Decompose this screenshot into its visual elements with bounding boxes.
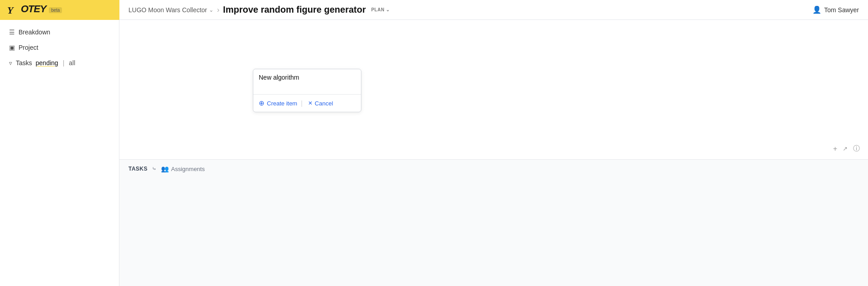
tasks-section-title: TASKS — [128, 166, 147, 172]
corner-plus-button[interactable]: + — [832, 144, 838, 154]
cancel-button[interactable]: ✕ Cancel — [305, 99, 334, 108]
create-item-dialog: ⊕ Create item | ✕ Cancel — [253, 69, 361, 112]
breadcrumb-separator: › — [217, 6, 219, 14]
sidebar-item-breakdown[interactable]: ☰ Breakdown — [2, 25, 117, 39]
logo-area: Y OTEY beta — [0, 0, 119, 20]
project-icon: ▣ — [9, 44, 15, 51]
tasks-expand-icon[interactable]: ⤷ — [152, 166, 157, 172]
sidebar-project-label: Project — [19, 44, 38, 51]
plan-label: PLAN — [371, 7, 384, 12]
sidebar-breakdown-label: Breakdown — [19, 29, 50, 36]
sidebar-tasks-label: Tasks — [16, 59, 32, 67]
sidebar-tasks-nav: ▿ Tasks pending | all — [2, 56, 117, 70]
sidebar-item-project[interactable]: ▣ Project — [2, 41, 117, 54]
logo-icon: Y — [7, 4, 20, 16]
header: Y OTEY beta LUGO Moon Wars Collector ⌄ ›… — [0, 0, 868, 20]
create-item-label: Create item — [267, 100, 297, 107]
corner-expand-button[interactable]: ↗ — [842, 144, 849, 153]
assignments-button[interactable]: 👥 Assignments — [161, 165, 204, 172]
tasks-icon: ▿ — [9, 60, 12, 67]
user-area: 👤 Tom Sawyer — [803, 5, 868, 14]
create-item-button[interactable]: ⊕ Create item — [258, 98, 300, 108]
cancel-label: Cancel — [315, 100, 333, 107]
content-area: ⊕ Create item | ✕ Cancel + ↗ ⓘ — [119, 20, 868, 286]
user-icon: 👤 — [812, 5, 821, 14]
logo: Y OTEY — [7, 3, 46, 16]
plan-badge[interactable]: PLAN ⌄ — [371, 7, 390, 12]
corner-buttons: + ↗ ⓘ — [832, 143, 861, 154]
tasks-filter-separator: | — [63, 59, 65, 67]
dialog-actions: ⊕ Create item | ✕ Cancel — [253, 94, 361, 112]
breadcrumb: LUGO Moon Wars Collector ⌄ › Improve ran… — [119, 5, 803, 15]
sidebar: ☰ Breakdown ▣ Project ▿ Tasks pending | … — [0, 20, 119, 286]
plus-circle-icon: ⊕ — [259, 99, 265, 107]
assignments-label: Assignments — [171, 166, 204, 172]
svg-text:Y: Y — [7, 5, 14, 16]
breakdown-icon: ☰ — [9, 29, 15, 36]
breadcrumb-current-title: Improve random figure generator — [223, 5, 366, 15]
action-separator: | — [301, 100, 303, 107]
project-chevron-icon: ⌄ — [209, 7, 213, 13]
beta-badge: beta — [49, 7, 62, 13]
user-name: Tom Sawyer — [824, 6, 859, 14]
tasks-header: TASKS ⤷ 👥 Assignments — [128, 165, 859, 172]
tasks-filter-pending[interactable]: pending — [36, 59, 58, 67]
top-panel: ⊕ Create item | ✕ Cancel + ↗ ⓘ — [119, 20, 868, 159]
corner-info-button[interactable]: ⓘ — [852, 143, 861, 154]
x-icon: ✕ — [308, 100, 313, 106]
bottom-panel: TASKS ⤷ 👥 Assignments — [119, 159, 868, 286]
breadcrumb-project-label: LUGO Moon Wars Collector — [128, 6, 207, 14]
plan-chevron-icon: ⌄ — [386, 7, 390, 12]
assignments-people-icon: 👥 — [161, 165, 169, 172]
main-layout: ☰ Breakdown ▣ Project ▿ Tasks pending | … — [0, 20, 868, 286]
tasks-filter-all[interactable]: all — [69, 59, 75, 67]
breadcrumb-project[interactable]: LUGO Moon Wars Collector ⌄ — [128, 6, 213, 14]
new-item-textarea[interactable] — [253, 69, 361, 93]
